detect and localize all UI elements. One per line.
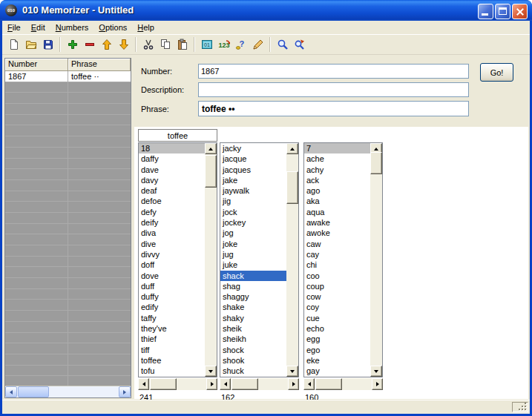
go-button[interactable]: Go! xyxy=(480,63,513,82)
list-item[interactable]: jacques xyxy=(220,165,286,175)
list-item[interactable]: coy xyxy=(304,302,370,312)
table-empty-row[interactable] xyxy=(5,148,131,159)
list-item[interactable]: jig xyxy=(220,196,286,206)
search-button[interactable] xyxy=(274,36,291,53)
list-item[interactable]: jog xyxy=(220,228,286,238)
table-empty-row[interactable] xyxy=(5,278,131,289)
table-empty-row[interactable] xyxy=(5,93,131,104)
list-item[interactable]: defoe xyxy=(139,196,205,206)
list-item[interactable]: dave xyxy=(139,165,205,175)
scroll-down-icon[interactable] xyxy=(370,366,382,377)
scroll-up-icon[interactable] xyxy=(286,143,298,154)
list-item[interactable]: shag xyxy=(220,281,286,291)
scroll-right-icon[interactable] xyxy=(119,386,131,397)
search-next-button[interactable] xyxy=(291,36,308,53)
table-empty-row[interactable] xyxy=(5,169,131,180)
list-item[interactable]: cue xyxy=(304,313,370,323)
list-item[interactable]: jug xyxy=(220,249,286,260)
table-empty-row[interactable] xyxy=(5,343,131,354)
list-item[interactable]: juke xyxy=(220,260,286,270)
table-empty-row[interactable] xyxy=(5,257,131,268)
cut-button[interactable] xyxy=(139,36,157,53)
table-empty-row[interactable] xyxy=(5,267,131,278)
list-item[interactable]: duffy xyxy=(139,291,205,302)
table-empty-row[interactable] xyxy=(5,366,131,377)
table-hscrollbar[interactable] xyxy=(5,386,131,397)
list-item[interactable]: toffee xyxy=(139,355,205,366)
list-item[interactable]: sheik xyxy=(220,323,286,334)
list-item[interactable]: 7 xyxy=(304,143,370,153)
column-header-number[interactable]: Number xyxy=(5,59,68,71)
table-empty-row[interactable] xyxy=(5,82,131,93)
list-item[interactable]: tofu xyxy=(139,366,205,376)
app-icon[interactable]: 010 xyxy=(5,4,17,16)
word-listbox[interactable]: 7acheachyackagoakaaquaawakeawokecawcaych… xyxy=(303,142,383,377)
table-empty-row[interactable] xyxy=(5,104,131,115)
list-item[interactable]: shook xyxy=(220,355,286,366)
vertical-scrollbar[interactable] xyxy=(286,143,298,377)
table-empty-row[interactable] xyxy=(5,136,131,148)
list-item[interactable]: chi xyxy=(304,260,370,270)
table-empty-row[interactable] xyxy=(5,115,131,126)
table-empty-row[interactable] xyxy=(5,180,131,191)
column-header-phrase[interactable]: Phrase xyxy=(68,59,131,71)
save-button[interactable] xyxy=(39,36,56,53)
list-item[interactable]: shake xyxy=(220,302,286,312)
table-empty-row[interactable] xyxy=(5,202,131,213)
list-item[interactable]: eke xyxy=(304,355,370,366)
list-item[interactable]: deify xyxy=(139,217,205,228)
scroll-left-icon[interactable] xyxy=(303,378,315,390)
table-empty-row[interactable] xyxy=(5,333,131,344)
list-item[interactable]: echo xyxy=(304,323,370,334)
list-item[interactable]: jock xyxy=(220,207,286,217)
list-item[interactable]: sheikh xyxy=(220,334,286,344)
renumber-button[interactable]: 123 xyxy=(215,36,232,53)
table-empty-row[interactable] xyxy=(5,354,131,366)
table-empty-row[interactable] xyxy=(5,311,131,322)
list-item[interactable]: dove xyxy=(139,271,205,281)
list-item[interactable]: doff xyxy=(139,260,205,270)
list-item[interactable]: egg xyxy=(304,334,370,344)
list-item[interactable]: ago xyxy=(304,185,370,196)
list-item[interactable]: shack xyxy=(220,271,286,281)
close-button[interactable] xyxy=(512,4,528,19)
table-empty-row[interactable] xyxy=(5,159,131,170)
horizontal-scrollbar[interactable] xyxy=(303,378,383,390)
list-item[interactable]: ego xyxy=(304,345,370,355)
scroll-thumb[interactable] xyxy=(231,378,258,390)
menu-item-numbers[interactable]: Numbers xyxy=(50,22,94,33)
table-empty-row[interactable] xyxy=(5,234,131,245)
list-item[interactable]: thief xyxy=(139,334,205,344)
list-item[interactable]: shuck xyxy=(220,366,286,376)
scroll-right-icon[interactable] xyxy=(372,378,383,390)
list-item[interactable]: jacque xyxy=(220,153,286,164)
list-item[interactable]: jacky xyxy=(220,143,286,153)
list-item[interactable]: achy xyxy=(304,165,370,175)
scroll-thumb[interactable] xyxy=(150,378,177,390)
list-item[interactable]: ack xyxy=(304,175,370,185)
list-item[interactable]: joke xyxy=(220,239,286,249)
new-document-button[interactable] xyxy=(5,36,22,53)
horizontal-scrollbar[interactable] xyxy=(220,378,299,390)
list-item[interactable]: jake xyxy=(220,175,286,185)
scroll-right-icon[interactable] xyxy=(288,378,299,390)
word-listbox[interactable]: 18daffydavedavydeafdefoedefydeifydivadiv… xyxy=(138,142,217,377)
list-item[interactable]: caw xyxy=(304,239,370,249)
list-item[interactable]: deaf xyxy=(139,185,205,196)
table-empty-row[interactable] xyxy=(5,322,131,333)
horizontal-scrollbar[interactable] xyxy=(138,378,217,390)
scroll-thumb[interactable] xyxy=(370,152,382,174)
list-item[interactable]: cow xyxy=(304,291,370,302)
number-image-button[interactable]: 01 xyxy=(198,36,215,53)
table-empty-row[interactable] xyxy=(5,300,131,311)
scroll-up-icon[interactable] xyxy=(205,143,217,154)
menu-item-help[interactable]: Help xyxy=(132,22,160,33)
list-item[interactable]: tiff xyxy=(139,345,205,355)
scroll-left-icon[interactable] xyxy=(138,378,149,390)
move-down-button[interactable] xyxy=(115,36,132,53)
list-item[interactable]: duff xyxy=(139,281,205,291)
list-item[interactable]: cay xyxy=(304,249,370,260)
list-item[interactable]: 18 xyxy=(139,143,205,153)
move-up-button[interactable] xyxy=(98,36,115,53)
scroll-thumb[interactable] xyxy=(286,171,298,204)
